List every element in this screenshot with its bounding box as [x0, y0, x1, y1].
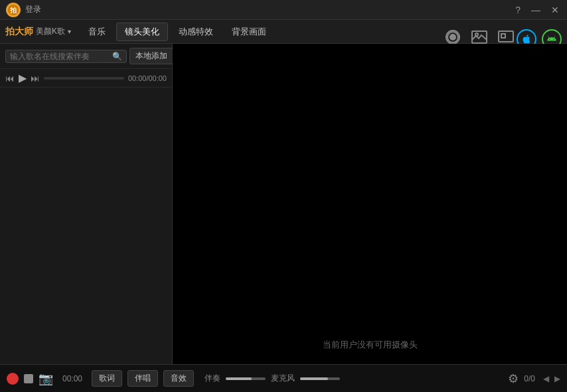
titlebar-controls: ? — ✕	[513, 5, 562, 15]
record-button[interactable]	[7, 373, 19, 385]
search-bar: 🔍 本地添加	[0, 44, 172, 69]
camera-icon[interactable]	[445, 29, 461, 45]
effects-button[interactable]: 音效	[163, 370, 194, 387]
mic-label: 麦克风	[271, 373, 295, 384]
app-logo: 拍	[5, 2, 21, 18]
progress-bar[interactable]	[44, 77, 124, 80]
svg-point-7	[475, 33, 478, 36]
karaoke-slider[interactable]	[226, 377, 266, 380]
left-panel: 🔍 本地添加 ⏮ ▶ ⏭ 00:00/00:00	[0, 44, 173, 364]
tab-background[interactable]: 背景画面	[224, 23, 274, 40]
karaoke-section: 伴奏 麦克风	[204, 373, 340, 384]
search-input-wrapper[interactable]: 🔍	[5, 50, 127, 63]
brand-sub: 美颜K歌	[36, 26, 65, 37]
brand-name: 拍大师	[5, 26, 33, 38]
photo-button[interactable]: 📷	[39, 371, 53, 386]
local-add-button[interactable]: 本地添加	[129, 48, 173, 64]
tab-music[interactable]: 音乐	[80, 23, 114, 40]
karaoke-label: 伴奏	[204, 373, 220, 384]
titlebar-left: 拍 登录	[5, 2, 41, 18]
time-display: 00:00/00:00	[128, 74, 167, 82]
image-icon[interactable]	[471, 31, 487, 44]
play-button[interactable]: ▶	[19, 72, 27, 84]
karaoke-fill	[226, 377, 252, 380]
bottom-bar: 📷 00:00 歌词 伴唱 音效 伴奏 麦克风 ⚙ 0/0 ◀ ▶	[0, 364, 567, 392]
player-controls: ⏮ ▶ ⏭ 00:00/00:00	[0, 69, 172, 88]
minimize-button[interactable]: —	[528, 5, 543, 15]
no-camera-message: 当前用户没有可用摄像头	[323, 339, 418, 351]
nav-prev-button[interactable]: ◀	[543, 374, 549, 383]
titlebar: 拍 登录 ? — ✕	[0, 0, 567, 20]
login-button[interactable]: 登录	[25, 4, 41, 15]
search-icon: 🔍	[112, 52, 122, 61]
mic-slider[interactable]	[300, 377, 340, 380]
search-input[interactable]	[10, 52, 110, 61]
brand-arrow-icon: ▾	[68, 28, 71, 35]
mic-fill	[300, 377, 328, 380]
next-button[interactable]: ⏭	[31, 73, 40, 84]
preview-panel: 当前用户没有可用摄像头	[173, 44, 567, 364]
close-button[interactable]: ✕	[548, 5, 562, 15]
screen-icon[interactable]	[498, 31, 514, 44]
song-list[interactable]	[0, 88, 172, 364]
prev-button[interactable]: ⏮	[5, 73, 15, 84]
duet-button[interactable]: 伴唱	[127, 370, 158, 387]
toolbar-icons	[445, 29, 514, 45]
tab-lens[interactable]: 镜头美化	[116, 23, 168, 41]
svg-point-5	[451, 35, 455, 39]
main-area: 🔍 本地添加 ⏮ ▶ ⏭ 00:00/00:00 当前用户没有可用摄像头	[0, 44, 567, 364]
tab-effects[interactable]: 动感特效	[171, 23, 221, 40]
nav-next-button[interactable]: ▶	[554, 374, 560, 383]
navbar: 拍大师 美颜K歌 ▾ 音乐 镜头美化 动感特效 背景画面	[0, 20, 567, 44]
lyrics-button[interactable]: 歌词	[92, 370, 122, 387]
svg-rect-9	[501, 34, 505, 38]
settings-button[interactable]: ⚙	[508, 371, 519, 386]
brand-logo[interactable]: 拍大师 美颜K歌 ▾	[5, 26, 71, 38]
count-display: 0/0	[524, 374, 535, 383]
record-time: 00:00	[62, 374, 82, 383]
svg-text:拍: 拍	[9, 7, 17, 14]
help-button[interactable]: ?	[513, 5, 523, 15]
stop-button[interactable]	[24, 374, 33, 383]
